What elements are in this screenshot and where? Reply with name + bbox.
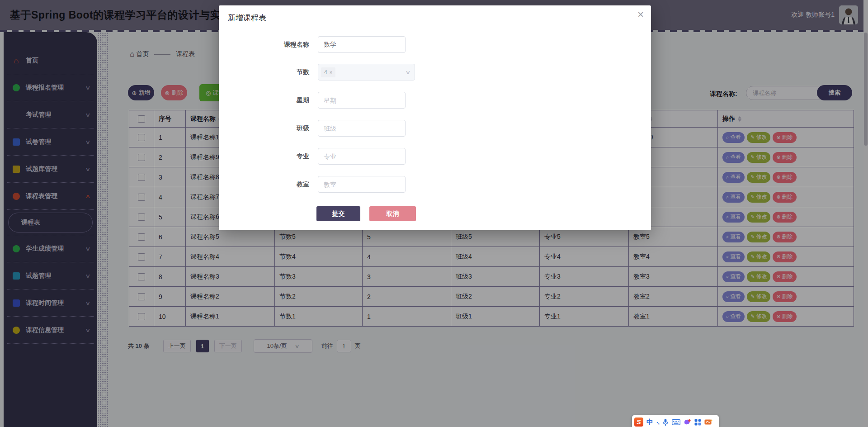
tag-remove-icon[interactable]: × [330, 70, 332, 75]
more-tools-icon[interactable] [704, 419, 712, 425]
field-label-major: 专业 [237, 148, 309, 165]
skin-icon[interactable] [684, 419, 691, 426]
submit-button[interactable]: 提交 [316, 206, 360, 221]
field-label-room: 教室 [237, 176, 309, 193]
field-select-sections[interactable]: 4×∨ [318, 64, 415, 81]
chinese-mode-icon[interactable]: 中 [646, 418, 653, 427]
sogou-logo-icon[interactable]: S [634, 418, 643, 427]
form-row-sections: 节数4×∨ [219, 64, 651, 81]
chevron-down-icon: ∨ [405, 69, 410, 76]
field-input-week[interactable] [318, 92, 406, 109]
selected-tag: 4× [321, 67, 335, 77]
form-row-major: 专业 [219, 148, 651, 165]
form-row-course-name: 课程名称 [219, 36, 651, 53]
field-input-clazz[interactable] [318, 120, 406, 137]
field-input-major[interactable] [318, 148, 406, 165]
keyboard-icon[interactable] [672, 419, 680, 425]
cancel-button[interactable]: 取消 [369, 206, 416, 221]
field-input-course-name[interactable] [318, 36, 406, 53]
form-row-week: 星期 [219, 92, 651, 109]
close-icon[interactable]: × [637, 9, 644, 20]
modal-title: 新增课程表 [228, 13, 266, 23]
microphone-icon[interactable] [662, 418, 669, 426]
form-row-room: 教室 [219, 176, 651, 193]
screen: 基于Spring Boot的课程学习平台的设计与实现 欢迎 教师账号1 ⌂首页课… [0, 0, 868, 427]
punctuation-icon[interactable]: ·, [656, 419, 659, 426]
field-label-sections: 节数 [237, 64, 309, 81]
form-row-clazz: 班级 [219, 120, 651, 137]
field-label-course-name: 课程名称 [237, 36, 309, 53]
field-label-clazz: 班级 [237, 120, 309, 137]
toolbox-grid-icon[interactable] [694, 419, 701, 426]
tag-value: 4 [324, 69, 327, 76]
field-input-room[interactable] [318, 176, 406, 193]
ime-toolbar: S 中 ·, [632, 415, 719, 427]
field-label-week: 星期 [237, 92, 309, 109]
add-course-modal: 新增课程表 × 课程名称节数4×∨星期班级专业教室 提交 取消 [219, 5, 651, 230]
